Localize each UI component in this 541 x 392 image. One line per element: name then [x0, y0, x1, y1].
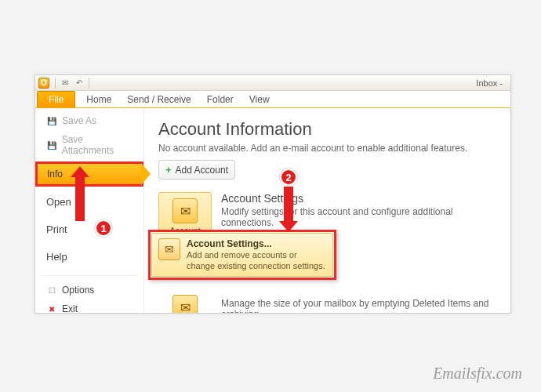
plus-icon: + [165, 164, 172, 176]
add-account-button[interactable]: + Add Account [158, 160, 235, 180]
nav-label: Exit [62, 303, 78, 314]
page-subtitle: No account available. Add an e-mail acco… [158, 143, 496, 154]
app-window: O ✉ ↶ Inbox - File Home Send / Receive F… [34, 74, 511, 314]
account-settings-dropdown: ✉ Account Settings... Add and remove acc… [148, 230, 336, 280]
menu-item-desc: change existing connection settings. [187, 261, 325, 271]
separator [55, 78, 56, 89]
section-description: Manage the size of your mailbox by empty… [221, 298, 496, 313]
options-icon: ☐ [46, 285, 57, 296]
section-description: Modify settings for this account and con… [221, 206, 496, 228]
nav-save-attachments: 💾 Save Attachments [35, 130, 143, 160]
tab-view[interactable]: View [241, 92, 278, 107]
nav-label: Save Attachments [62, 134, 136, 156]
save-icon: 💾 [46, 115, 57, 126]
tab-send-receive[interactable]: Send / Receive [119, 92, 198, 107]
cleanup-icon [172, 295, 198, 313]
cleanup-section: Cleanup Tools ▼ Manage the size of your … [158, 289, 496, 313]
separator [89, 78, 89, 89]
nav-label: Info [47, 169, 63, 180]
account-settings-icon [172, 198, 198, 223]
tab-file[interactable]: File [37, 91, 75, 107]
nav-label: Print [46, 223, 67, 235]
menu-item-title: Account Settings... [187, 238, 325, 249]
nav-label: Open [46, 196, 71, 208]
nav-print[interactable]: Print [35, 216, 143, 243]
watermark: Emailsfix.com [433, 365, 522, 383]
title-bar: O ✉ ↶ Inbox - [35, 75, 510, 91]
section-title: Account Settings [221, 192, 496, 205]
cleanup-tools-tile[interactable]: Cleanup Tools ▼ [158, 289, 212, 313]
callout-badge-2: 2 [280, 169, 297, 186]
callout-arrow-down [284, 187, 293, 221]
exit-icon: ✖ [46, 303, 57, 314]
callout-badge-1: 1 [95, 220, 112, 237]
nav-open[interactable]: Open [35, 188, 143, 216]
tab-home[interactable]: Home [78, 92, 119, 107]
account-settings-icon: ✉ [158, 238, 180, 260]
page-title: Account Information [158, 119, 496, 140]
nav-label: Save As [62, 115, 96, 126]
backstage-nav: 💾 Save As 💾 Save Attachments Info Open P… [35, 108, 144, 313]
nav-label: Options [62, 285, 94, 296]
send-receive-icon[interactable]: ✉ [60, 78, 71, 89]
account-settings-menu-item[interactable]: ✉ Account Settings... Add and remove acc… [151, 233, 333, 277]
separator [42, 275, 137, 276]
button-label: Add Account [176, 165, 228, 176]
nav-exit[interactable]: ✖ Exit [35, 299, 143, 314]
tab-folder[interactable]: Folder [199, 92, 241, 107]
window-title: Inbox - [476, 78, 507, 88]
ribbon-tabs: File Home Send / Receive Folder View [35, 91, 510, 108]
nav-info-selected[interactable]: Info [35, 162, 143, 187]
save-icon: 💾 [46, 140, 57, 151]
nav-options[interactable]: ☐ Options [35, 281, 143, 299]
backstage-content: Account Information No account available… [144, 108, 510, 313]
menu-item-desc: Add and remove accounts or [187, 250, 325, 260]
app-icon: O [38, 78, 49, 89]
callout-arrow-up [75, 177, 85, 221]
nav-help[interactable]: Help [35, 243, 143, 270]
nav-label: Help [46, 251, 67, 263]
backstage: 💾 Save As 💾 Save Attachments Info Open P… [35, 108, 510, 313]
nav-save-as: 💾 Save As [35, 111, 143, 130]
undo-icon[interactable]: ↶ [74, 78, 85, 89]
